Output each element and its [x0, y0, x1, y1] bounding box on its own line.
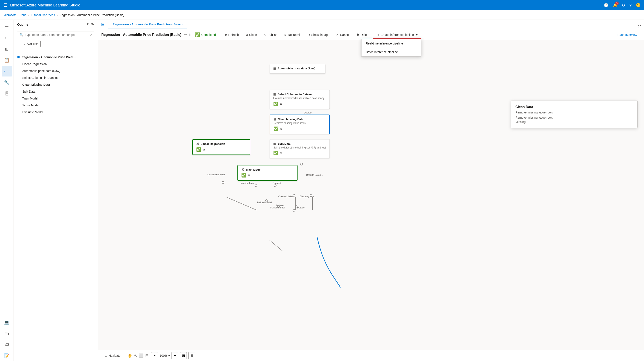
node-train-model[interactable]: ⌘ Train Model ✅ ♻	[238, 165, 298, 181]
create-inference-dropdown: Real-time inference pipeline Batch infer…	[361, 39, 422, 57]
pointer-tool-icon[interactable]: ↖	[134, 353, 137, 358]
pipeline-tab-main[interactable]: Regression - Automobile Price Prediction…	[108, 20, 187, 29]
minimap-button[interactable]: ⊞	[188, 352, 195, 359]
grid-tool-icon[interactable]: ⊞	[145, 353, 148, 358]
sidebar-bottom-icon[interactable]: 📝	[2, 351, 12, 361]
zoom-in-button[interactable]: +	[172, 352, 178, 359]
help-icon[interactable]: ?	[630, 3, 632, 8]
sidebar-jobs-icon[interactable]: 📋	[2, 55, 12, 65]
hand-tool-icon[interactable]: ✋	[128, 353, 132, 358]
user-avatar[interactable]: 😊	[636, 3, 640, 8]
tree-root-label: Regression - Automobile Price Predi...	[22, 56, 76, 59]
resubmit-button[interactable]: ▷ Resubmit	[281, 31, 304, 38]
tree-item-train-model[interactable]: Train Model	[14, 95, 98, 102]
sidebar-components-icon[interactable]: 🔧	[2, 77, 12, 88]
node-status-clean: ✅ ♻	[274, 126, 326, 131]
sidebar-home-icon[interactable]: ⊞	[2, 44, 12, 54]
outline-collapse-icon[interactable]: ≫	[91, 22, 94, 26]
edit-icon[interactable]: ✏	[184, 33, 187, 37]
frame-tool-icon[interactable]: ⬜	[139, 353, 144, 358]
tree-item-evaluate-model[interactable]: Evaluate Model	[14, 109, 98, 116]
pipeline-tab-icon[interactable]: ⊞	[101, 22, 105, 27]
search-icon: 🔍	[20, 33, 23, 37]
navigator-button[interactable]: ⊞ Navigator	[101, 352, 125, 359]
tree-item-automobile-data[interactable]: Automobile price data (Raw)	[14, 68, 98, 74]
node-status-split: ✅ ♻	[273, 151, 326, 156]
connector-dot-10	[274, 184, 276, 187]
publish-icon: ▷	[264, 33, 266, 37]
status-text: Completed	[201, 33, 216, 37]
tree-item-split-data[interactable]: Split Data	[14, 88, 98, 95]
outline-search-container[interactable]: 🔍 ▽	[17, 32, 94, 38]
status-icon: ✅	[195, 32, 200, 37]
show-lineage-button[interactable]: ⊙ Show lineage	[304, 31, 333, 38]
tree-item-select-columns[interactable]: Select Columns in Dataset	[14, 74, 98, 81]
canvas-area: ⊞ Regression - Automobile Price Predicti…	[98, 20, 644, 361]
add-filter-button[interactable]: ▽ Add filter	[20, 41, 40, 47]
pipeline-title: Regression - Automobile Price Prediction…	[101, 33, 182, 37]
tree-root-item[interactable]: ⊞ Regression - Automobile Price Predi...	[14, 54, 98, 61]
sidebar-back-icon[interactable]: ↩	[2, 33, 12, 43]
tree-item-score-model[interactable]: Score Model	[14, 102, 98, 109]
settings-icon[interactable]: ⚙	[622, 3, 625, 8]
node-recycle-icon-split: ♻	[280, 152, 282, 155]
node-status-icon-split: ✅	[273, 151, 278, 156]
breadcrumb-tutorial[interactable]: Tutorial-CarPrices	[31, 13, 55, 17]
clock-icon[interactable]: 🕐	[604, 3, 608, 8]
sidebar-tags-icon[interactable]: 🏷	[2, 339, 12, 350]
breadcrumb: Microsoft › Jobs › Tutorial-CarPrices › …	[0, 10, 644, 20]
sidebar-menu-icon[interactable]: ☰	[2, 22, 12, 32]
search-input[interactable]	[25, 33, 88, 37]
filter-icon[interactable]: ▽	[90, 33, 92, 37]
sidebar-pipelines-icon[interactable]: ⋮⋮	[2, 66, 12, 77]
batch-inference-option[interactable]: Batch inference pipeline	[362, 48, 421, 56]
refresh-button[interactable]: ↻ Refresh	[221, 31, 242, 38]
node-clean-missing[interactable]: ▦ Clean Missing Data Remove missing valu…	[270, 115, 330, 134]
outline-header-actions: ⬆ ≫	[86, 22, 94, 26]
real-time-inference-option[interactable]: Real-time inference pipeline	[362, 39, 421, 48]
toolbar: Regression - Automobile Price Prediction…	[98, 29, 644, 40]
cancel-icon: ✕	[336, 33, 339, 37]
clone-button[interactable]: ⧉ Clone	[242, 31, 260, 38]
share-icon[interactable]: ⬆	[188, 33, 191, 37]
zoom-out-button[interactable]: −	[151, 352, 158, 359]
tree-item-linear-regression[interactable]: Linear Regression	[14, 61, 98, 68]
navigator-icon: ⊞	[105, 354, 107, 357]
tree-root-icon: ⊞	[17, 56, 20, 59]
tree-item-clean-missing[interactable]: Clean Missing Data	[14, 81, 98, 88]
hamburger-icon[interactable]: ☰	[4, 3, 7, 8]
canvas-bottom-bar: ⊞ Navigator ✋ ↖ ⬜ ⊞ − 100% ▾ + ⊡ ⊞	[98, 350, 644, 361]
node-automobile-data[interactable]: ▦ Automobile price data (Raw)	[270, 64, 326, 74]
node-desc-split: Split the dataset into training set (0.7…	[273, 146, 326, 149]
label-dataset-train: Dataset	[273, 182, 281, 184]
outline-share-icon[interactable]: ⬆	[86, 22, 89, 26]
publish-button[interactable]: ▷ Publish	[260, 31, 281, 38]
breadcrumb-microsoft[interactable]: Microsoft	[4, 13, 16, 17]
node-status-select: ✅ ♻	[273, 101, 326, 106]
breadcrumb-current: Regression - Automobile Price Prediction…	[60, 13, 124, 17]
zoom-chevron[interactable]: ▾	[168, 354, 170, 357]
main-layout: ☰ ↩ ⊞ 📋 ⋮⋮ 🔧 🗄 💻 🗃 🏷 📝 Outline ⬆ ≫ 🔍 ▽ ▽	[0, 20, 644, 361]
delete-button[interactable]: 🗑 Delete	[353, 31, 373, 38]
expand-icon[interactable]: ⛶	[638, 25, 642, 29]
tooltip-desc-2: Remove missing value rows	[516, 116, 633, 119]
cancel-button[interactable]: ✕ Cancel	[333, 31, 353, 38]
sidebar-datastores-icon[interactable]: 🗃	[2, 328, 12, 339]
sidebar-compute-icon[interactable]: 💻	[2, 317, 12, 327]
svg-line-4	[227, 197, 257, 210]
node-select-columns[interactable]: ▦ Select Columns in Dataset Exclude norm…	[270, 90, 330, 109]
node-status-icon-clean: ✅	[274, 126, 278, 131]
bell-icon[interactable]: 🔔 5	[613, 3, 618, 8]
breadcrumb-sep-1: ›	[18, 13, 18, 17]
pipeline-canvas[interactable]: ▦ Automobile price data (Raw) Data outpu…	[98, 40, 644, 350]
delete-icon: 🗑	[356, 33, 359, 37]
node-split-data[interactable]: ▦ Split Data Split the dataset into trai…	[270, 139, 330, 158]
sidebar-data-icon[interactable]: 🗄	[2, 89, 12, 99]
job-overview-button[interactable]: ⊞ Job overview	[612, 31, 640, 38]
fit-screen-button[interactable]: ⊡	[180, 352, 187, 359]
node-icon-linear: ⌘	[196, 142, 199, 145]
node-linear-regression[interactable]: ⌘ Linear Regression ✅ ♻	[192, 139, 250, 155]
create-inference-button[interactable]: ⊞ Create inference pipeline ▾	[373, 31, 422, 39]
refresh-label: Refresh	[228, 33, 239, 37]
breadcrumb-jobs[interactable]: Jobs	[20, 13, 26, 17]
